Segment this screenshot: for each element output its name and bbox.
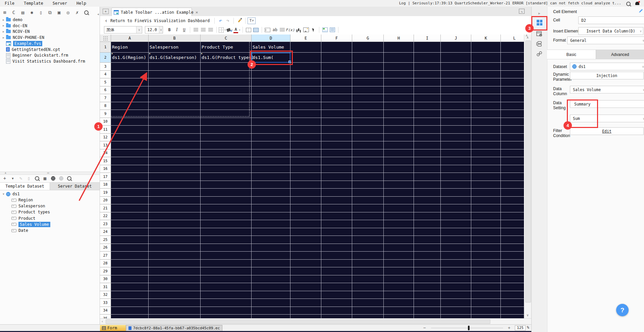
grid-cell-C20[interactable]	[201, 197, 252, 205]
grid-cell-G35[interactable]	[352, 315, 384, 318]
grid-cell-A27[interactable]	[111, 252, 149, 260]
row-header-21[interactable]: 21	[100, 204, 111, 212]
row-header-2[interactable]: 2	[100, 53, 111, 63]
grid-cell-G13[interactable]	[352, 141, 384, 149]
grid-cell-J4[interactable]	[441, 71, 471, 79]
grid-cell-J19[interactable]	[441, 189, 471, 197]
grid-cell-B5[interactable]	[149, 78, 201, 86]
grid-cell-H27[interactable]	[384, 252, 414, 260]
grid-cell-I13[interactable]	[414, 141, 441, 149]
grid-cell-I28[interactable]	[414, 260, 441, 268]
column-header-C[interactable]: C	[201, 35, 252, 42]
grid-cell-C33[interactable]	[201, 299, 252, 307]
grid-cell-E9[interactable]	[290, 110, 321, 118]
grid-cell-F15[interactable]	[321, 157, 352, 165]
injection-button[interactable]: Injection	[570, 72, 644, 79]
grid-cell-I11[interactable]	[414, 126, 441, 134]
tab-advanced[interactable]: Advanced	[596, 50, 644, 59]
tab-basic[interactable]: Basic	[547, 50, 596, 59]
delete-icon[interactable]: ▯	[38, 9, 44, 16]
grid-cell-H18[interactable]	[384, 181, 414, 189]
grid-cell-H7[interactable]	[384, 94, 414, 102]
grid-cell-C26[interactable]	[201, 244, 252, 252]
grid-cell-K3[interactable]	[471, 63, 501, 71]
grid-cell-F6[interactable]	[321, 86, 352, 94]
grid-cell-I27[interactable]	[414, 252, 441, 260]
grid-cell-B32[interactable]	[149, 291, 201, 299]
grid-cell-G16[interactable]	[352, 165, 384, 173]
grid-cell-C34[interactable]	[201, 307, 252, 315]
report-grid[interactable]: ABCDEFGHIJKL1RegionSalespersonProduct Ty…	[100, 35, 524, 318]
tree-item-example-fvs[interactable]: Example.fvs	[0, 41, 100, 47]
grid-cell-I34[interactable]	[414, 307, 441, 315]
grid-cell-E27[interactable]	[290, 252, 321, 260]
delete-icon[interactable]: ▯	[26, 175, 32, 182]
column-header-F[interactable]: F	[321, 35, 352, 42]
zoom-value-input[interactable]: 125	[515, 325, 526, 331]
dataset-field-product[interactable]: Product	[0, 215, 111, 221]
report-block-icon[interactable]	[329, 26, 336, 34]
grid-cell-B16[interactable]	[149, 165, 201, 173]
grid-cell-C1[interactable]: Product Type	[201, 42, 252, 53]
grid-cell-B12[interactable]	[149, 134, 201, 142]
grid-cell-A22[interactable]	[111, 212, 149, 220]
grid-cell-I25[interactable]	[414, 236, 441, 244]
grid-cell-L5[interactable]	[501, 78, 524, 86]
grid-cell-D14[interactable]	[252, 149, 290, 157]
grid-cell-H33[interactable]	[384, 299, 414, 307]
grid-cell-H4[interactable]	[384, 71, 414, 79]
grid-cell-K19[interactable]	[471, 189, 501, 197]
grid-cell-D30[interactable]	[252, 275, 290, 283]
grid-cell-J32[interactable]	[441, 291, 471, 299]
grid-cell-K21[interactable]	[471, 204, 501, 212]
grid-cell-D22[interactable]	[252, 212, 290, 220]
grid-cell-G1[interactable]	[352, 42, 384, 53]
grid-cell-F31[interactable]	[321, 283, 352, 291]
pointer-icon[interactable]	[310, 26, 317, 34]
dataset-field-salesperson[interactable]: Salesperson	[0, 203, 111, 209]
grid-cell-G15[interactable]	[352, 157, 384, 165]
grid-cell-J23[interactable]	[441, 220, 471, 228]
grid-cell-B21[interactable]	[149, 204, 201, 212]
zoom-out-button[interactable]: −	[423, 325, 426, 330]
grid-cell-E14[interactable]	[290, 149, 321, 157]
grid-cell-C21[interactable]	[201, 204, 252, 212]
grid-cell-K14[interactable]	[471, 149, 501, 157]
grid-cell-I7[interactable]	[414, 94, 441, 102]
grid-cell-L15[interactable]	[501, 157, 524, 165]
grid-cell-C29[interactable]	[201, 267, 252, 275]
grid-cell-A13[interactable]	[111, 141, 149, 149]
grid-cell-A16[interactable]	[111, 165, 149, 173]
grid-cell-F16[interactable]	[321, 165, 352, 173]
grid-cell-E16[interactable]	[290, 165, 321, 173]
merge-cell-icon[interactable]	[245, 26, 252, 34]
grid-cell-A6[interactable]	[111, 86, 149, 94]
grid-cell-E23[interactable]	[290, 220, 321, 228]
undo-icon[interactable]: ↶	[217, 17, 224, 24]
back-to-dashboard-link[interactable]: Return to FineVis Visualization Dashboar…	[110, 18, 210, 23]
grid-cell-J29[interactable]	[441, 267, 471, 275]
row-header-8[interactable]: 8	[100, 102, 111, 110]
grid-cell-J3[interactable]	[441, 63, 471, 71]
grid-cell-A24[interactable]	[111, 228, 149, 236]
grid-cell-D11[interactable]	[252, 126, 290, 134]
grid-cell-C32[interactable]	[201, 291, 252, 299]
grid-cell-L28[interactable]	[501, 260, 524, 268]
grid-cell-I10[interactable]	[414, 118, 441, 126]
grid-cell-K12[interactable]	[471, 134, 501, 142]
grid-cell-E4[interactable]	[290, 71, 321, 79]
grid-cell-K1[interactable]	[471, 42, 501, 53]
grid-cell-D16[interactable]	[252, 165, 290, 173]
grid-cell-E5[interactable]	[290, 78, 321, 86]
grid-cell-G11[interactable]	[352, 126, 384, 134]
bell-icon[interactable]	[635, 1, 639, 6]
grid-cell-G12[interactable]	[352, 134, 384, 142]
grid-cell-H32[interactable]	[384, 291, 414, 299]
locate-icon[interactable]: ◎	[65, 9, 71, 16]
form-tab[interactable]: Form	[100, 325, 130, 331]
grid-cell-E6[interactable]	[290, 86, 321, 94]
dataset-field-region[interactable]: Region	[0, 197, 111, 203]
grid-cell-L31[interactable]	[501, 283, 524, 291]
row-header-19[interactable]: 19	[100, 189, 111, 197]
grid-cell-K30[interactable]	[471, 275, 501, 283]
